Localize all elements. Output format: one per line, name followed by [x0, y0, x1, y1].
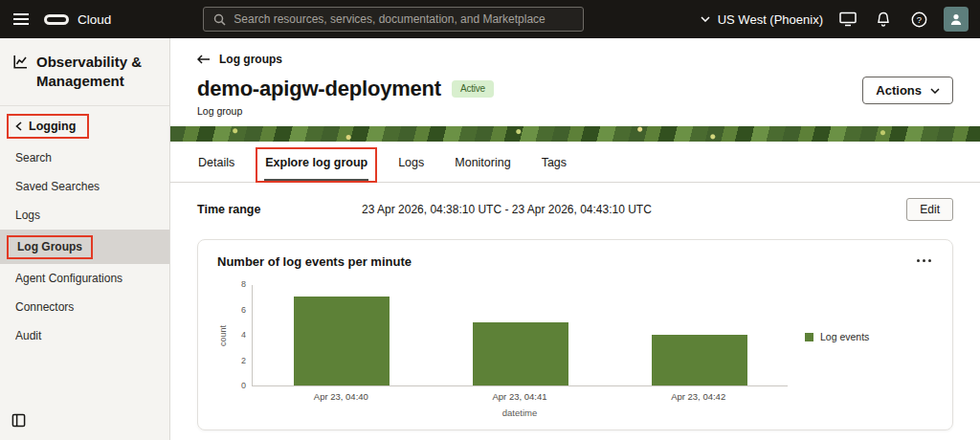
- x-axis-label: datetime: [252, 407, 788, 418]
- display-icon[interactable]: [837, 9, 858, 30]
- log-events-chart-card: Number of log events per minute count 02…: [197, 239, 953, 430]
- y-tick-label: 0: [241, 381, 246, 390]
- search-input[interactable]: [234, 12, 573, 26]
- sidebar-title: Observability & Management: [36, 53, 151, 92]
- sidebar-item-log-groups[interactable]: Log Groups: [0, 230, 169, 264]
- time-range-label: Time range: [197, 203, 362, 216]
- sidebar-item-agent-configurations[interactable]: Agent Configurations: [0, 264, 169, 293]
- global-search[interactable]: [203, 7, 584, 32]
- main-content: Log groups demo-apigw-deployment Active …: [170, 38, 980, 440]
- time-range-row: Time range 23 Apr 2026, 04:38:10 UTC - 2…: [170, 183, 980, 233]
- edit-time-range-button[interactable]: Edit: [906, 198, 953, 221]
- chart-icon: [13, 55, 28, 92]
- back-arrow-icon: [197, 55, 211, 64]
- x-tick-label: Apr 23, 04:42: [671, 391, 725, 402]
- chevron-down-icon: [701, 16, 710, 22]
- status-badge: Active: [452, 80, 494, 98]
- actions-button[interactable]: Actions: [862, 77, 953, 104]
- search-icon: [213, 13, 226, 26]
- chart-title: Number of log events per minute: [217, 254, 933, 269]
- overflow-menu-icon[interactable]: [915, 255, 933, 266]
- chart-legend: Log events: [805, 331, 869, 342]
- chart-bar: [473, 322, 568, 385]
- user-avatar[interactable]: [944, 7, 969, 32]
- oracle-logo-icon: [44, 14, 69, 25]
- chevron-down-icon: [930, 88, 940, 94]
- tab-tags[interactable]: Tags: [541, 154, 568, 182]
- sidebar-header: Observability & Management: [0, 38, 169, 106]
- sidebar-back-label: Logging: [29, 120, 76, 133]
- tab-bar: Details Explore log group Logs Monitorin…: [170, 142, 980, 183]
- annotation-box-log-groups: Log Groups: [7, 235, 93, 259]
- y-tick-label: 6: [241, 305, 246, 315]
- sidebar-item-logs[interactable]: Logs: [0, 201, 169, 230]
- tab-logs[interactable]: Logs: [397, 154, 425, 182]
- chart-y-axis: 02468: [229, 285, 252, 386]
- breadcrumb[interactable]: Log groups: [197, 53, 282, 66]
- title-block: demo-apigw-deployment Active Log group: [197, 77, 494, 117]
- sidebar-item-audit[interactable]: Audit: [0, 321, 169, 350]
- chart-xticks: Apr 23, 04:40Apr 23, 04:41Apr 23, 04:42: [252, 391, 788, 404]
- svg-text:?: ?: [916, 14, 921, 25]
- sidebar-nav: Search Saved Searches Logs Log Groups Ag…: [0, 143, 169, 350]
- region-label: US West (Phoenix): [718, 12, 823, 27]
- chevron-left-icon: [15, 121, 22, 131]
- sidebar-item-connectors[interactable]: Connectors: [0, 293, 169, 321]
- chart-plot: [252, 285, 788, 386]
- sidebar-back-logging[interactable]: Logging: [0, 106, 169, 143]
- menu-icon[interactable]: [13, 12, 31, 26]
- resource-type-label: Log group: [197, 105, 494, 117]
- y-tick-label: 4: [241, 330, 246, 340]
- topbar: Cloud US West (Phoenix) ?: [0, 0, 980, 38]
- bar-chart: count 02468 Apr 23, 04:40Apr 23, 04:41Ap…: [217, 285, 933, 418]
- y-tick-label: 8: [241, 279, 246, 289]
- breadcrumb-label: Log groups: [219, 53, 282, 66]
- tab-details[interactable]: Details: [197, 154, 235, 182]
- brand-label: Cloud: [78, 12, 111, 27]
- notifications-bell-icon[interactable]: [873, 9, 894, 30]
- time-range-value: 23 Apr 2026, 04:38:10 UTC - 23 Apr 2026,…: [362, 203, 652, 216]
- page-title: demo-apigw-deployment Active: [197, 77, 494, 101]
- collapse-panel-icon[interactable]: [11, 413, 26, 431]
- y-axis-label: count: [217, 285, 229, 386]
- banner-image: [170, 126, 980, 142]
- sidebar-item-search[interactable]: Search: [0, 143, 169, 172]
- chart-bar: [294, 297, 390, 385]
- sidebar-item-saved-searches[interactable]: Saved Searches: [0, 172, 169, 201]
- region-selector[interactable]: US West (Phoenix): [701, 12, 823, 27]
- y-tick-label: 2: [241, 356, 246, 365]
- chart-bar: [652, 335, 747, 385]
- x-tick-label: Apr 23, 04:40: [314, 391, 368, 402]
- annotation-box-logging: Logging: [7, 114, 89, 139]
- help-icon[interactable]: ?: [908, 9, 929, 30]
- sidebar: Observability & Management Logging Searc…: [0, 38, 170, 440]
- tab-explore-log-group[interactable]: Explore log group: [264, 154, 368, 182]
- tab-monitoring[interactable]: Monitoring: [454, 154, 511, 182]
- legend-label: Log events: [820, 331, 869, 342]
- legend-swatch: [805, 333, 813, 341]
- x-tick-label: Apr 23, 04:41: [492, 391, 546, 402]
